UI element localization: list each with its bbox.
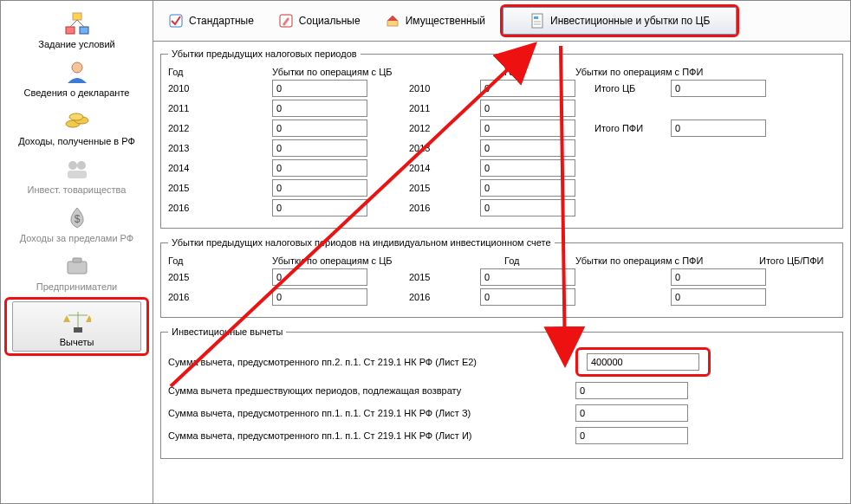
sidebar-item-partnerships[interactable]: Инвест. товарищества (1, 150, 153, 198)
total-input[interactable] (671, 80, 766, 97)
year-cell: 2016 (168, 292, 272, 302)
table-row: 20112011 (168, 100, 835, 117)
cb-loss-input[interactable] (272, 100, 367, 117)
cb-loss-input[interactable] (272, 80, 367, 97)
year-cell: 2014 (402, 163, 480, 173)
svg-rect-0 (73, 13, 81, 20)
year-cell: 2012 (402, 123, 480, 133)
table-row: 20152015 (168, 268, 835, 286)
pfi-loss-input[interactable] (480, 199, 575, 216)
pfi-loss-input[interactable] (480, 80, 575, 97)
svg-point-10 (77, 161, 86, 170)
svg-rect-20 (532, 14, 542, 28)
tab-standard[interactable]: Стандартные (159, 9, 263, 33)
pfi-loss-input[interactable] (480, 120, 575, 137)
cb-loss-input[interactable] (272, 199, 367, 216)
tab-label: Имущественный (406, 15, 485, 27)
deduction-row: Сумма вычета, предусмотренного пп.1. п.1… (168, 427, 835, 444)
edit-icon (278, 13, 294, 29)
deduction-label: Сумма вычета, предусмотренного пп.1. п.1… (168, 430, 575, 441)
year-cell: 2015 (168, 272, 272, 282)
sidebar-item-label: Доходы за пределами РФ (20, 233, 133, 243)
pfi-loss-input[interactable] (480, 139, 575, 157)
total-input[interactable] (671, 268, 766, 286)
deduction-input[interactable] (575, 427, 688, 444)
cb-loss-input[interactable] (272, 179, 367, 197)
pfi-loss-input[interactable] (480, 288, 575, 306)
house-icon (385, 13, 400, 29)
svg-point-8 (69, 113, 83, 120)
sidebar-item-label: Инвест. товарищества (28, 184, 127, 195)
sidebar: Задание условий Сведения о декларанте До… (1, 1, 153, 503)
deduction-label: Сумма вычета, предусмотренного пп.1. п.1… (168, 408, 575, 418)
group-investment-deductions: Инвестиционные вычеты Сумма вычета, пред… (160, 326, 843, 459)
svg-rect-2 (80, 27, 88, 34)
sidebar-item-label: Предприниматели (36, 281, 117, 292)
svg-rect-17 (74, 327, 82, 333)
cb-loss-input[interactable] (272, 288, 367, 306)
year-cell: 2011 (168, 103, 272, 113)
svg-rect-1 (66, 27, 75, 34)
sidebar-item-entrepreneurs[interactable]: Предприниматели (1, 247, 153, 295)
pfi-loss-input[interactable] (480, 268, 575, 286)
content: Убытки предыдущих налоговых периодов Год… (153, 42, 850, 503)
sidebar-highlight: Вычеты (4, 297, 149, 356)
table-row: 20162016 (168, 199, 835, 216)
table-row: 20122012Итого ПФИ (168, 120, 835, 137)
svg-point-5 (72, 62, 82, 73)
briefcase-icon (63, 252, 91, 280)
tab-label: Инвестиционные и убытки по ЦБ (550, 15, 710, 27)
toolbar-highlight: Инвестиционные и убытки по ЦБ (500, 4, 739, 37)
sidebar-item-label: Задание условий (38, 39, 114, 49)
sidebar-item-income-foreign[interactable]: $ Доходы за пределами РФ (1, 198, 153, 247)
tab-social[interactable]: Социальные (269, 9, 370, 33)
deduction-input[interactable] (575, 382, 688, 399)
tab-property[interactable]: Имущественный (375, 9, 495, 33)
pfi-loss-input[interactable] (480, 100, 575, 117)
tab-label: Социальные (299, 15, 361, 27)
deduction-input[interactable] (587, 353, 699, 371)
year-cell: 2012 (168, 123, 272, 133)
sidebar-item-declarant[interactable]: Сведения о декларанте (1, 53, 153, 101)
year-cell: 2011 (402, 103, 480, 113)
toolbar: Стандартные Социальные Имущественный Инв… (153, 1, 850, 42)
sidebar-item-label: Доходы, полученные в РФ (18, 136, 135, 146)
cb-loss-input[interactable] (272, 139, 367, 157)
total-input[interactable] (671, 120, 766, 137)
deduction-row: Сумма вычета, предусмотренного пп.1. п.1… (168, 404, 835, 422)
year-cell: 2013 (168, 143, 272, 153)
table-row: 20132013 (168, 139, 835, 157)
deduction-input-wrap (575, 404, 688, 422)
svg-line-4 (77, 20, 84, 27)
sidebar-item-income-rf[interactable]: Доходы, полученные в РФ (1, 101, 153, 150)
main-panel: Стандартные Социальные Имущественный Инв… (153, 1, 850, 503)
table-row: 20152015 (168, 179, 835, 197)
cb-loss-input[interactable] (272, 159, 367, 177)
group-title: Убытки предыдущих налоговых периодов (168, 48, 361, 59)
sidebar-item-conditions[interactable]: Задание условий (1, 4, 153, 53)
sidebar-item-deductions[interactable]: Вычеты (12, 301, 141, 352)
tab-label: Стандартные (189, 15, 254, 27)
pfi-loss-input[interactable] (480, 179, 575, 197)
svg-point-9 (68, 161, 77, 170)
svg-rect-14 (73, 258, 81, 262)
year-cell: 2013 (402, 143, 480, 153)
deduction-input[interactable] (575, 404, 688, 422)
year-cell: 2015 (402, 272, 480, 282)
header-pfi: Убытки по операциям с ПФИ (575, 255, 749, 266)
deduction-label: Сумма вычета предшествующих периодов, по… (168, 385, 575, 396)
sidebar-item-label: Вычеты (60, 337, 94, 347)
cb-loss-input[interactable] (272, 120, 367, 137)
pfi-loss-input[interactable] (480, 159, 575, 177)
table-row: 20102010Итого ЦБ (168, 80, 835, 97)
svg-rect-11 (68, 171, 87, 178)
tab-investment[interactable]: Инвестиционные и убытки по ЦБ (503, 7, 737, 35)
group-title: Инвестиционные вычеты (168, 326, 286, 337)
year-cell: 2015 (168, 183, 272, 193)
input-highlight (575, 347, 711, 377)
total-input[interactable] (671, 288, 766, 306)
table-row: 20162016 (168, 288, 835, 306)
cb-loss-input[interactable] (272, 268, 367, 286)
partners-icon (63, 155, 91, 183)
svg-rect-13 (68, 262, 87, 274)
